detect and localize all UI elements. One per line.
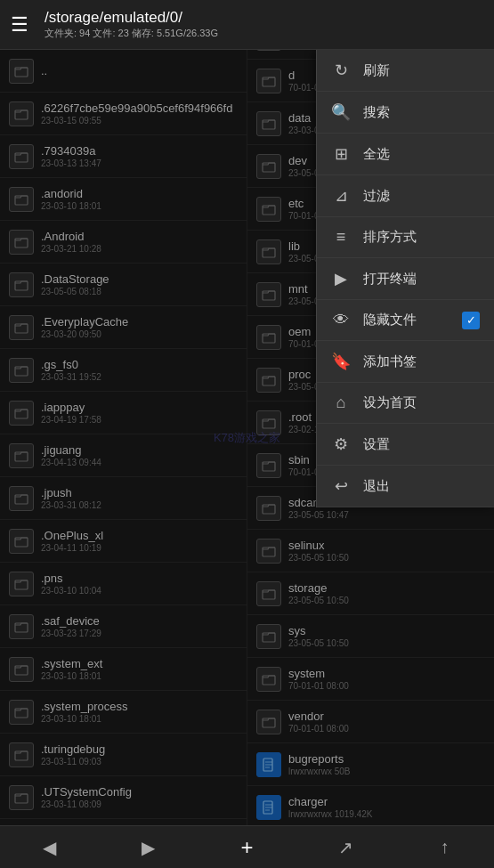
menu-item-icon: ⊿ <box>331 186 351 206</box>
add-button[interactable]: + <box>226 826 269 869</box>
menu-item-icon: ≡ <box>331 228 351 247</box>
menu-item-icon: ↩ <box>331 476 351 496</box>
menu-item-label: 刷新 <box>363 62 390 79</box>
menu-item-0[interactable]: ↻刷新 <box>317 50 494 92</box>
menu-item-label: 过滤 <box>363 188 390 205</box>
menu-item-icon: ⌂ <box>331 393 351 412</box>
menu-item-label: 退出 <box>363 478 390 495</box>
menu-item-label: 设为首页 <box>363 394 417 411</box>
menu-item-7[interactable]: 🔖添加书签 <box>317 341 494 383</box>
menu-item-label: 全选 <box>363 146 390 163</box>
menu-item-check: ✓ <box>462 312 480 329</box>
menu-item-8[interactable]: ⌂设为首页 <box>317 383 494 424</box>
header-path: /storage/emulated/0/ <box>45 9 483 27</box>
menu-item-icon: ⚙ <box>331 434 351 454</box>
header-subtitle: 文件夹: 94 文件: 23 储存: 5.51G/26.33G <box>45 27 483 40</box>
share-button[interactable]: ↗ <box>325 826 368 869</box>
menu-item-4[interactable]: ≡排序方式 <box>317 217 494 258</box>
menu-item-1[interactable]: 🔍搜索 <box>317 92 494 134</box>
menu-item-3[interactable]: ⊿过滤 <box>317 175 494 217</box>
menu-item-icon: ↻ <box>331 61 351 80</box>
menu-item-icon: 🔖 <box>331 352 351 371</box>
context-menu: ↻刷新🔍搜索⊞全选⊿过滤≡排序方式▶打开终端👁隐藏文件✓🔖添加书签⌂设为首页⚙设… <box>316 50 494 507</box>
bottom-nav: ◀ ▶ + ↗ ↑ <box>0 825 494 868</box>
up-button[interactable]: ↑ <box>424 826 466 869</box>
menu-item-6[interactable]: 👁隐藏文件✓ <box>317 300 494 341</box>
menu-item-5[interactable]: ▶打开终端 <box>317 258 494 300</box>
menu-item-icon: 🔍 <box>331 102 351 122</box>
menu-item-9[interactable]: ⚙设置 <box>317 424 494 466</box>
menu-item-label: 打开终端 <box>363 271 417 288</box>
menu-item-label: 排序方式 <box>363 229 417 246</box>
menu-item-icon: ⊞ <box>331 144 351 164</box>
forward-button[interactable]: ▶ <box>127 826 170 869</box>
menu-item-label: 设置 <box>363 436 390 453</box>
menu-item-label: 添加书签 <box>363 353 417 370</box>
menu-item-icon: ▶ <box>331 269 351 288</box>
menu-item-2[interactable]: ⊞全选 <box>317 134 494 175</box>
menu-item-label: 搜索 <box>363 104 390 121</box>
menu-item-10[interactable]: ↩退出 <box>317 466 494 507</box>
header: ☰ /storage/emulated/0/ 文件夹: 94 文件: 23 储存… <box>0 0 494 50</box>
menu-item-icon: 👁 <box>331 311 351 329</box>
menu-icon[interactable]: ☰ <box>11 13 36 37</box>
header-title-block: /storage/emulated/0/ 文件夹: 94 文件: 23 储存: … <box>45 9 483 40</box>
back-button[interactable]: ◀ <box>28 826 71 869</box>
main-content: ...6226f7cbe59e99a90b5cef6f94f966fd23-03… <box>0 50 494 825</box>
menu-item-label: 隐藏文件 <box>363 312 417 329</box>
